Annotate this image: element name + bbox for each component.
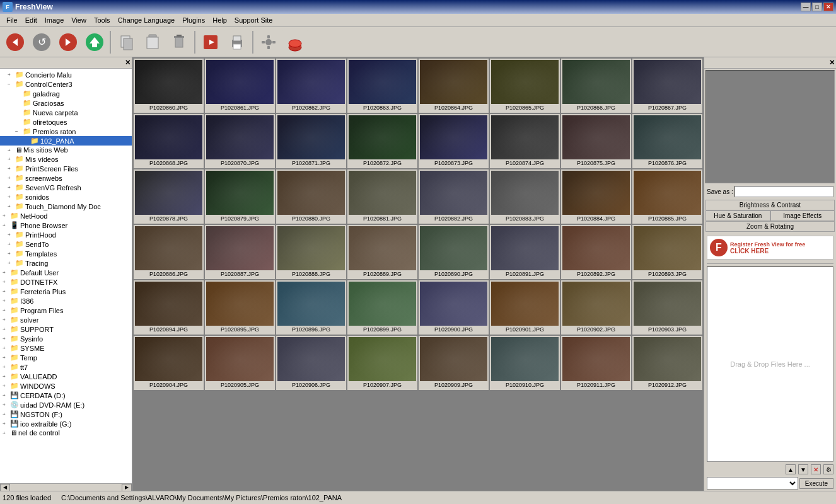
thumbnail-item[interactable]: P1020899.JPG xyxy=(347,280,417,335)
thumbnail-item[interactable]: P1020884.JPG xyxy=(561,169,631,224)
hscroll-left[interactable]: ◀ xyxy=(0,484,10,491)
save-input[interactable] xyxy=(734,186,833,197)
tree-item-i386[interactable]: +📁 I386 xyxy=(0,296,132,306)
toolbar-refresh[interactable]: ↺ xyxy=(29,30,54,55)
thumbnail-item[interactable]: P1020912.JPG xyxy=(632,336,702,390)
thumbnail-item[interactable]: P1020870.JPG xyxy=(205,114,275,168)
tree-item-program-files[interactable]: +📁 Program Files xyxy=(0,306,132,315)
thumbnail-item[interactable]: P1020875.JPG xyxy=(561,114,631,168)
maximize-button[interactable]: □ xyxy=(812,3,822,11)
thumbnail-item[interactable]: P1020887.JPG xyxy=(205,225,275,279)
menu-file[interactable]: File xyxy=(3,15,21,25)
execute-button[interactable]: Execute xyxy=(799,478,833,489)
tree-item-mis-vídeos[interactable]: +📁 Mis vídeos xyxy=(0,154,132,164)
thumbnail-item[interactable]: P1020895.JPG xyxy=(205,280,275,335)
thumbnail-item[interactable]: P1020896.JPG xyxy=(276,280,346,335)
thumbnail-grid[interactable]: P1020860.JPGP1020861.JPGP1020862.JPGP102… xyxy=(132,57,704,491)
tab-zoom-rotating[interactable]: Zoom & Rotating xyxy=(705,221,835,232)
tree-item-default-user[interactable]: +📁 Default User xyxy=(0,268,132,277)
thumbnail-item[interactable]: P1020872.JPG xyxy=(347,114,417,168)
tab-hue-saturation[interactable]: Hue & Saturation xyxy=(705,210,770,221)
tree-item-windows[interactable]: +📁 WINDOWS xyxy=(0,381,132,391)
thumbnail-item[interactable]: P1020867.JPG xyxy=(632,59,702,113)
tree-item-support[interactable]: +📁 SUPPORT xyxy=(0,324,132,334)
menu-edit[interactable]: Edit xyxy=(21,15,41,25)
thumbnail-item[interactable]: P1020891.JPG xyxy=(490,225,560,279)
toolbar-copy[interactable] xyxy=(113,30,139,55)
toolbar-paste[interactable] xyxy=(140,30,165,55)
thumbnail-item[interactable]: P1020886.JPG xyxy=(134,225,204,279)
tree-item-printscreen-files[interactable]: +📁 PrintScreen Files xyxy=(0,164,132,173)
thumbnail-item[interactable]: P1020885.JPG xyxy=(632,169,702,224)
tree-item-sevenvg-refresh[interactable]: +📁 SevenVG Refresh xyxy=(0,183,132,192)
tree-item-mis-sitios-web[interactable]: +🖥 Mis sitios Web xyxy=(0,146,132,154)
thumbnail-item[interactable]: P1020911.JPG xyxy=(561,336,631,390)
tree-item-ferreteria-plus[interactable]: +📁 Ferreteria Plus xyxy=(0,287,132,296)
thumbnail-item[interactable]: P1020892.JPG xyxy=(561,225,631,279)
ctrl-up[interactable]: ▲ xyxy=(786,464,796,474)
toolbar-forward[interactable] xyxy=(55,30,81,55)
tree-item-controlcenter3[interactable]: −📁 ControlCenter3 xyxy=(0,79,132,89)
left-panel-hscroll[interactable]: ◀ ▶ xyxy=(0,483,132,491)
tab-image-effects[interactable]: Image Effects xyxy=(770,210,835,221)
thumbnail-item[interactable]: P1020904.JPG xyxy=(134,336,204,390)
tree-item-sendto[interactable]: +📁 SendTo xyxy=(0,239,132,249)
toolbar-back[interactable] xyxy=(3,30,28,55)
thumbnail-item[interactable]: P1020876.JPG xyxy=(632,114,702,168)
thumbnail-item[interactable]: P1020902.JPG xyxy=(561,280,631,335)
toolbar-delete[interactable] xyxy=(166,30,192,55)
thumbnail-item[interactable]: P1020901.JPG xyxy=(490,280,560,335)
tree-item-uidad-dvd-ram-(e:)[interactable]: +💿 uidad DVD-RAM (E:) xyxy=(0,400,132,410)
tree-item-temp[interactable]: +📁 Temp xyxy=(0,353,132,362)
tree-item-cerdata-(d:)[interactable]: +💾 CERDATA (D:) xyxy=(0,391,132,400)
tree-item-sysme[interactable]: +📁 SYSME xyxy=(0,343,132,353)
tree-item-premios-raton[interactable]: −📁 Premios raton xyxy=(0,127,132,136)
thumbnail-item[interactable]: P1020903.JPG xyxy=(632,280,702,335)
thumbnail-item[interactable]: P1020900.JPG xyxy=(419,280,489,335)
tree-item-valueadd[interactable]: +📁 VALUEADD xyxy=(0,372,132,381)
thumbnail-item[interactable]: P1020881.JPG xyxy=(347,169,417,224)
menu-view[interactable]: View xyxy=(67,15,90,25)
drop-area[interactable]: Drag & Drop Files Here ... xyxy=(707,266,833,462)
close-button[interactable]: ✕ xyxy=(823,3,833,11)
tree-item-nethood[interactable]: +📁 NetHood xyxy=(0,211,132,220)
tree-item-ico-extraíble-(g:)[interactable]: +💾 ico extraíble (G:) xyxy=(0,419,132,428)
tree-item-solver[interactable]: +📁 solver xyxy=(0,315,132,324)
thumbnail-item[interactable]: P1020890.JPG xyxy=(419,225,489,279)
toolbar-slideshow[interactable] xyxy=(198,30,223,55)
right-panel-close[interactable]: ✕ xyxy=(829,59,835,67)
toolbar-settings[interactable] xyxy=(256,30,281,55)
tree-item-tt7[interactable]: +📁 tt7 xyxy=(0,362,132,372)
tree-item-ofiretoques[interactable]: 📁 ofiretoques xyxy=(0,117,132,127)
thumbnail-item[interactable]: P1020882.JPG xyxy=(419,169,489,224)
thumbnail-item[interactable]: P1020873.JPG xyxy=(419,114,489,168)
tree-item-printhood[interactable]: +📁 PrintHood xyxy=(0,230,132,239)
ctrl-settings[interactable]: ⚙ xyxy=(823,464,833,474)
thumbnail-item[interactable]: P1020888.JPG xyxy=(276,225,346,279)
tree-item-nel-de-control[interactable]: +🖥 nel de control xyxy=(0,428,132,437)
thumbnail-item[interactable]: P1020909.JPG xyxy=(419,336,489,390)
left-panel-close[interactable]: ✕ xyxy=(125,59,131,67)
tree-item-touch_diamond-my-doc[interactable]: +📁 Touch_Diamond My Doc xyxy=(0,202,132,211)
thumbnail-item[interactable]: P1020894.JPG xyxy=(134,280,204,335)
tree-item-galadrag[interactable]: 📁 galadrag xyxy=(0,89,132,98)
thumbnail-item[interactable]: P1020864.JPG xyxy=(419,59,489,113)
thumbnail-item[interactable]: P1020860.JPG xyxy=(134,59,204,113)
thumbnail-item[interactable]: P1020863.JPG xyxy=(347,59,417,113)
ctrl-down[interactable]: ▼ xyxy=(798,464,808,474)
thumbnail-item[interactable]: P1020862.JPG xyxy=(276,59,346,113)
tree-item-sysinfo[interactable]: +📁 Sysinfo xyxy=(0,334,132,343)
thumbnail-item[interactable]: P1020879.JPG xyxy=(205,169,275,224)
menu-plugins[interactable]: Plugins xyxy=(178,15,209,25)
thumbnail-item[interactable]: P1020880.JPG xyxy=(276,169,346,224)
thumbnail-item[interactable]: P1020868.JPG xyxy=(134,114,204,168)
menu-help[interactable]: Help xyxy=(209,15,231,25)
tab-brightness-contrast[interactable]: Brightness & Contrast xyxy=(705,200,835,210)
tree-item-dotnetfx[interactable]: +📁 DOTNETFX xyxy=(0,277,132,287)
tree-item-ngston-(f:)[interactable]: +💾 NGSTON (F:) xyxy=(0,410,132,419)
thumbnail-item[interactable]: P1020865.JPG xyxy=(490,59,560,113)
tree-item-concierto-malu[interactable]: +📁 Concierto Malu xyxy=(0,70,132,79)
thumbnail-item[interactable]: P1020910.JPG xyxy=(490,336,560,390)
thumbnail-item[interactable]: P1020906.JPG xyxy=(276,336,346,390)
ctrl-delete[interactable]: ✕ xyxy=(811,464,821,474)
